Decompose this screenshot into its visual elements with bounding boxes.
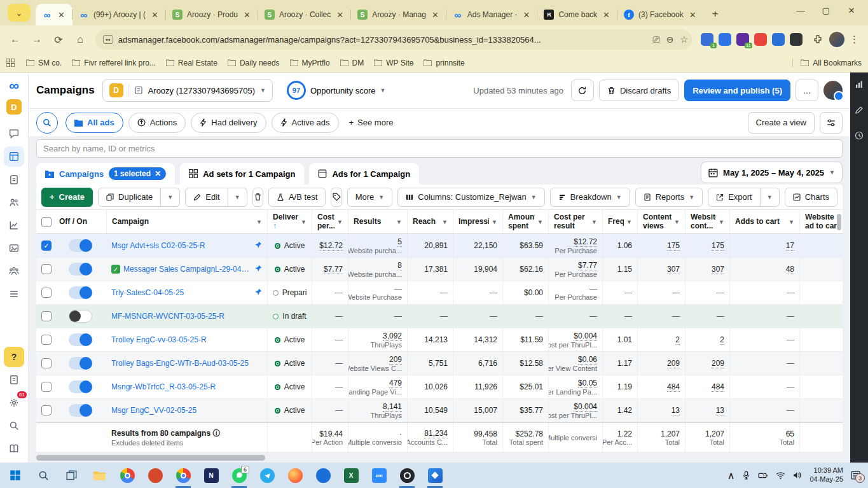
- account-selector[interactable]: D Aroozy (1273307943695705) ▼: [102, 79, 273, 102]
- browser-tab[interactable]: RCome back✕: [537, 4, 617, 25]
- header-cpr[interactable]: Cost per result▼: [548, 210, 602, 234]
- bookmark-item[interactable]: DM: [335, 57, 369, 69]
- header-toggle[interactable]: Off / On: [54, 210, 106, 234]
- row-checkbox[interactable]: [41, 405, 52, 415]
- filter-caret-icon[interactable]: ▼: [674, 219, 680, 225]
- analytics-icon[interactable]: [4, 215, 24, 235]
- row-checkbox[interactable]: [41, 335, 52, 345]
- filter-search-button[interactable]: [36, 112, 58, 134]
- horizontal-scrollbar[interactable]: [36, 455, 843, 461]
- back-button[interactable]: ←: [5, 29, 25, 50]
- ads-reporting-icon[interactable]: [4, 169, 24, 190]
- user-avatar[interactable]: [823, 81, 843, 100]
- tab-close-icon[interactable]: ✕: [150, 10, 160, 20]
- media-library-icon[interactable]: [4, 238, 24, 258]
- reports-button[interactable]: Reports ▼: [635, 188, 703, 207]
- bookmark-item[interactable]: prinnsite: [418, 57, 469, 69]
- duplicate-button[interactable]: Duplicate: [98, 188, 161, 207]
- extension-icon[interactable]: 11: [736, 33, 749, 46]
- see-more-button[interactable]: + See more: [344, 118, 399, 127]
- bookmark-star-icon[interactable]: ☆: [680, 34, 688, 45]
- browser-tab[interactable]: SAroozy · Collec✕: [258, 4, 351, 25]
- taskbar-brave[interactable]: [141, 463, 169, 488]
- rail-search-icon[interactable]: [4, 415, 24, 436]
- tab-close-icon[interactable]: ✕: [688, 10, 698, 20]
- filter-caret-icon[interactable]: ▼: [537, 219, 543, 225]
- clear-selection-icon[interactable]: ✕: [155, 169, 161, 178]
- campaign-toggle[interactable]: [69, 404, 92, 417]
- browser-tab[interactable]: f(3) Facebook✕: [617, 4, 704, 25]
- tab-ads[interactable]: Ads for 1 Campaign: [309, 163, 419, 185]
- reload-button[interactable]: ⟳: [48, 29, 69, 50]
- edit-panel-icon[interactable]: [855, 106, 864, 117]
- create-button[interactable]: + Create: [41, 188, 93, 207]
- campaign-toggle[interactable]: [69, 286, 92, 299]
- header-content-views[interactable]: Content views▼: [637, 210, 685, 234]
- extension-icon[interactable]: [772, 33, 785, 46]
- extension-icon[interactable]: [719, 33, 731, 46]
- extension-icon[interactable]: 1: [701, 33, 713, 46]
- ab-test-button[interactable]: A/B test: [268, 188, 326, 207]
- url-bar[interactable]: •• adsmanager.facebook.com/adsmanager/ma…: [95, 29, 692, 50]
- campaign-name-link[interactable]: MF-MSNGR-WVCNT-03-05-25-R: [111, 312, 262, 321]
- maximize-button[interactable]: ▢: [813, 0, 839, 20]
- filter-caret-icon[interactable]: ▼: [442, 219, 448, 225]
- campaign-name-link[interactable]: Msngr-WbTrfcC_R-03-05-25-R: [111, 382, 262, 391]
- home-button[interactable]: ⌂: [70, 29, 90, 50]
- zoom-icon[interactable]: ⊖: [666, 34, 674, 45]
- apps-grid-icon[interactable]: [6, 59, 15, 67]
- close-button[interactable]: ✕: [839, 0, 864, 20]
- settings-icon[interactable]: 61: [4, 393, 24, 413]
- volume-icon[interactable]: [793, 471, 802, 479]
- export-button[interactable]: Export: [708, 188, 761, 207]
- taskbar-file-explorer[interactable]: [85, 463, 113, 488]
- minimize-button[interactable]: —: [788, 0, 813, 20]
- site-info-icon[interactable]: ••: [103, 35, 113, 44]
- extensions-puzzle-icon[interactable]: [808, 29, 828, 50]
- filter-caret-icon[interactable]: ▼: [396, 219, 402, 225]
- search-input[interactable]: [36, 139, 843, 158]
- campaign-toggle[interactable]: [69, 310, 92, 323]
- bookmark-item[interactable]: MyPrtflo: [285, 57, 335, 69]
- filter-caret-icon[interactable]: ▼: [789, 219, 794, 225]
- view-settings-button[interactable]: [820, 112, 843, 134]
- bookmark-item[interactable]: Real Estate: [161, 57, 223, 69]
- taskbar-task-view[interactable]: [57, 463, 85, 488]
- tab-adsets[interactable]: Ad sets for 1 Campaign: [180, 163, 304, 185]
- row-checkbox[interactable]: [41, 288, 52, 298]
- campaign-name-link[interactable]: Msgr Advt+sls C02-05-25-R: [111, 241, 251, 250]
- columns-button[interactable]: Columns: Customize_Rejwan ▼: [397, 188, 544, 207]
- refresh-button[interactable]: [571, 80, 594, 101]
- taskbar-vscode[interactable]: N: [197, 463, 225, 488]
- bookmark-item[interactable]: Daily needs: [223, 57, 285, 69]
- bookmark-item[interactable]: SM co.: [21, 57, 67, 69]
- bookmark-item[interactable]: Fivr refferel link pro...: [67, 57, 160, 69]
- tag-button[interactable]: [331, 188, 341, 207]
- row-checkbox[interactable]: [41, 358, 52, 368]
- filter-pill-active-ads[interactable]: Active ads: [272, 113, 339, 133]
- bookmark-item[interactable]: WP Site: [369, 57, 418, 69]
- tab-close-icon[interactable]: ✕: [431, 10, 440, 20]
- audiences-icon[interactable]: [4, 192, 24, 213]
- edit-dropdown-button[interactable]: ▼: [228, 188, 247, 207]
- taskbar-firefox[interactable]: [281, 463, 309, 488]
- browser-tab[interactable]: SAroozy · Produ✕: [166, 4, 258, 25]
- header-adds-to-cart[interactable]: Adds to cart▼: [729, 210, 799, 234]
- filter-caret-icon[interactable]: ▼: [337, 219, 343, 225]
- extension-icon[interactable]: [790, 33, 803, 46]
- campaign-name-link[interactable]: Trly-SalesC-04-05-25: [111, 288, 251, 297]
- insights-icon[interactable]: [855, 80, 864, 92]
- export-dropdown-button[interactable]: ▼: [761, 188, 780, 207]
- tab-close-icon[interactable]: ✕: [522, 10, 532, 20]
- header-results[interactable]: Results▼: [348, 210, 407, 234]
- date-range-picker[interactable]: May 1, 2025 – May 4, 2025 ▼: [701, 162, 843, 183]
- row-checkbox[interactable]: [41, 382, 52, 392]
- campaign-toggle[interactable]: [69, 380, 92, 393]
- tab-close-icon[interactable]: ✕: [335, 10, 345, 20]
- taskbar-telegram[interactable]: [253, 463, 281, 488]
- help-icon[interactable]: ?: [4, 347, 24, 367]
- filter-caret-icon[interactable]: ▼: [591, 219, 597, 225]
- opportunity-score[interactable]: 97 Opportunity score ▼: [287, 81, 386, 100]
- taskbar-search-taskbar[interactable]: [29, 463, 57, 488]
- taskbar-edge[interactable]: [309, 463, 337, 488]
